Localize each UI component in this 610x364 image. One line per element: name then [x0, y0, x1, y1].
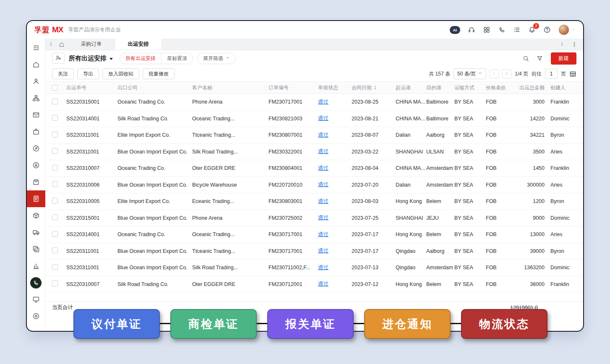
cell-date: 2023-08-03 [352, 198, 396, 204]
row-checkbox[interactable] [52, 115, 58, 121]
filter-icon[interactable] [536, 55, 543, 62]
row-checkbox[interactable] [52, 198, 58, 204]
table-row[interactable]: SS220311001Blue Ocean Import Export Co.S… [45, 144, 583, 161]
row-checkbox[interactable] [52, 281, 58, 286]
table-row[interactable]: SS220310005Elite Import Export Co.Eceani… [45, 193, 583, 210]
status-link[interactable]: 通过 [318, 281, 328, 287]
flow-button-3[interactable]: 报关单证 [267, 309, 354, 339]
page-size-select[interactable]: 50 条/页 [454, 68, 486, 79]
status-link[interactable]: 通过 [318, 132, 328, 138]
action-button-1[interactable]: 关注 [52, 68, 74, 79]
table-row[interactable]: SS220314001Silk Road Trading Co.Oceanic … [45, 111, 583, 127]
prev-page-button[interactable] [490, 69, 499, 78]
action-button-4[interactable]: 批量修改 [143, 68, 175, 79]
view-filter-button[interactable] [52, 53, 65, 64]
status-link[interactable]: 通过 [318, 215, 328, 221]
view-selector[interactable]: 所有出运安排 [69, 55, 113, 62]
sidebar-item-home[interactable] [27, 56, 45, 73]
sidebar-item-whatsapp-channel[interactable] [27, 274, 45, 291]
table-row[interactable]: SS220315001Oceanic Trading Co.Phone Aren… [45, 94, 583, 111]
sidebar-item-settings[interactable] [27, 308, 45, 325]
status-link[interactable]: 通过 [318, 115, 328, 121]
table-row[interactable]: SS220311001Blue Ocean Import Export Co.S… [45, 260, 583, 276]
sidebar-item-cards[interactable] [27, 241, 45, 257]
task-list-icon[interactable] [513, 26, 521, 34]
search-icon[interactable] [522, 55, 529, 62]
row-checkbox[interactable] [52, 264, 58, 270]
tab-2[interactable]: 出运安排 [115, 39, 162, 50]
sidebar-item-shipping-documents[interactable] [27, 190, 45, 207]
row-checkbox[interactable] [52, 231, 58, 237]
row-checkbox[interactable] [52, 214, 58, 220]
status-link[interactable]: 通过 [318, 165, 328, 171]
whatsapp-icon[interactable] [498, 26, 506, 34]
avatar[interactable] [558, 24, 569, 35]
status-link[interactable]: 通过 [318, 231, 328, 237]
row-checkbox[interactable] [52, 247, 58, 253]
status-link[interactable]: 通过 [318, 198, 328, 204]
table-row[interactable]: SS220310007Silk Road Trading Co.Oter EGG… [45, 276, 583, 293]
tab-1[interactable]: 采购订单 [68, 39, 115, 50]
status-link[interactable]: 通过 [318, 99, 328, 105]
quick-filter-2[interactable]: 星标置顶 [161, 53, 193, 64]
sidebar-item-devices[interactable] [27, 291, 45, 308]
flow-button-2[interactable]: 商检单证 [170, 309, 257, 339]
flow-button-4[interactable]: 进仓通知 [364, 309, 451, 339]
status-link[interactable]: 通过 [318, 265, 328, 270]
flow-button-1[interactable]: 议付单证 [73, 309, 160, 339]
sidebar-item-reports[interactable] [27, 257, 45, 274]
action-button-2[interactable]: 导出 [77, 68, 99, 79]
sidebar-item-orders[interactable] [27, 123, 45, 140]
view-title: 所有出运安排 [69, 55, 107, 62]
tab-forward-icon[interactable] [556, 42, 567, 47]
status-link[interactable]: 通过 [318, 248, 328, 254]
sidebar-item-collapse-menu[interactable] [27, 39, 45, 56]
row-checkbox[interactable] [52, 99, 58, 104]
cell-amount: 14220 [519, 116, 545, 122]
user-avatar-icon[interactable] [558, 24, 576, 35]
sidebar-item-logistics[interactable] [27, 224, 45, 241]
apps-grid-icon[interactable] [483, 26, 490, 34]
new-button[interactable]: 新建 [551, 52, 576, 65]
cell-pol: CHINA MA... [396, 116, 426, 122]
sidebar-item-discover[interactable] [27, 140, 45, 157]
col-header-date[interactable]: 合同日期 [352, 84, 396, 91]
tab-back-icon[interactable] [45, 42, 56, 47]
next-page-button[interactable] [502, 69, 511, 78]
table-row[interactable]: SS220310006Blue Ocean Import Export Co.B… [45, 177, 583, 194]
row-checkbox[interactable] [52, 181, 58, 187]
chevron-down-icon [571, 26, 576, 34]
table-row[interactable]: SS220311001Blue Ocean Import Export Co.T… [45, 243, 583, 260]
flow-button-5[interactable]: 物流状态 [461, 309, 547, 339]
tab-more-icon[interactable] [569, 42, 580, 47]
goto-page-input[interactable] [545, 69, 558, 79]
quick-filter-1[interactable]: 所有出运安排 [120, 53, 161, 64]
sidebar-item-assistant[interactable] [27, 157, 45, 174]
sidebar-item-products[interactable] [27, 174, 45, 190]
sort-icon[interactable] [374, 86, 376, 90]
row-checkbox[interactable] [52, 148, 58, 154]
row-checkbox[interactable] [52, 165, 58, 171]
table-settings-icon[interactable] [569, 70, 576, 78]
row-checkbox[interactable] [52, 132, 58, 138]
tab-home-icon[interactable] [56, 42, 67, 47]
ai-assistant-badge[interactable]: AI [450, 26, 461, 34]
action-button-3[interactable]: 放入回收站 [102, 68, 139, 79]
table-row[interactable]: SS220310007Oceanic Trading Co.Oter EGGER… [45, 160, 583, 177]
expand-filter-button[interactable]: 展开筛选 [197, 53, 236, 64]
notifications-icon[interactable]: 7 [528, 26, 536, 34]
sidebar-item-organization[interactable] [27, 90, 45, 107]
help-icon[interactable] [543, 26, 551, 34]
sidebar-item-contacts[interactable] [27, 73, 45, 90]
sidebar-item-mail[interactable] [27, 107, 45, 123]
status-link[interactable]: 通过 [318, 148, 328, 154]
user-icon [32, 78, 40, 85]
content-area: 采购订单出运安排 所有出运安排 所有出运安排星标置顶 展开筛选 [45, 39, 583, 331]
support-icon[interactable] [468, 26, 475, 34]
sidebar-item-inventory[interactable] [27, 207, 45, 224]
table-row[interactable]: SS220311001Elite Import Export Co.Ttcean… [45, 127, 583, 144]
table-row[interactable]: SS220314001Oceanic Trading Co.Oceanic Tr… [45, 226, 583, 243]
status-link[interactable]: 通过 [318, 182, 328, 187]
table-row[interactable]: SS220315001Blue Ocean Import Export Co.P… [45, 210, 583, 227]
select-all-checkbox[interactable] [52, 85, 58, 91]
